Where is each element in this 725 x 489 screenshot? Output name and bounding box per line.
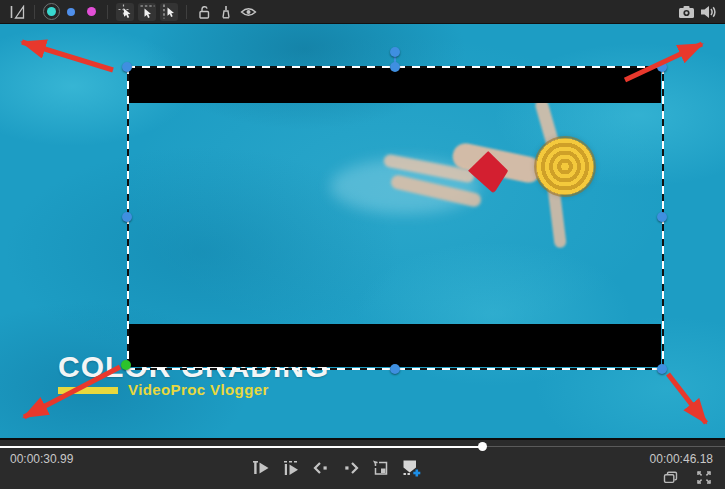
snap-horizontal-cursor-icon[interactable] (138, 3, 156, 21)
fullscreen-icon[interactable] (693, 466, 715, 488)
step-back-icon[interactable] (310, 457, 332, 479)
speaker-volume-icon[interactable] (697, 2, 719, 22)
crop-anchor-bottom-left[interactable] (121, 360, 131, 370)
crop-handle-bottom-right[interactable] (657, 364, 667, 374)
crop-handle-top-center[interactable] (390, 62, 400, 72)
crop-handle-bottom-center[interactable] (390, 364, 400, 374)
clean-brush-icon[interactable] (215, 2, 237, 22)
toolbar-separator (34, 5, 35, 19)
swimmer-yellow-hat (536, 138, 594, 195)
save-snapshot-plus-icon[interactable] (400, 457, 422, 479)
video-viewport[interactable]: COLOR GRADING VideoProc Vlogger (0, 24, 725, 438)
watermark-underline (58, 387, 118, 394)
crop-handle-top-left[interactable] (122, 62, 132, 72)
crop-handle-middle-left[interactable] (122, 212, 132, 222)
progress-bar[interactable] (0, 442, 725, 452)
rotate-handle[interactable] (390, 47, 400, 57)
transport-bar: 00:00:30.99 00:00:46.18 (0, 438, 725, 489)
camera-snapshot-icon[interactable] (675, 2, 697, 22)
keyframe-color-magenta[interactable] (81, 2, 101, 22)
letterbox-bottom (128, 324, 661, 367)
top-toolbar (0, 0, 725, 24)
flip-horizontal-icon[interactable] (6, 2, 28, 22)
snap-vertical-cursor-icon[interactable] (160, 3, 178, 21)
blue-dot-icon (67, 8, 75, 16)
keyframe-color-blue[interactable] (61, 2, 81, 22)
play-from-in-icon[interactable] (250, 457, 272, 479)
toolbar-separator (186, 5, 187, 19)
visibility-eye-icon[interactable] (237, 2, 259, 22)
duration-time: 00:00:46.18 (650, 452, 713, 466)
crop-handle-top-right[interactable] (657, 62, 667, 72)
keyframe-color-cyan[interactable] (41, 2, 61, 22)
playback-controls (250, 457, 422, 479)
progress-played (0, 446, 482, 448)
lock-open-icon[interactable] (193, 2, 215, 22)
crop-handle-middle-right[interactable] (657, 212, 667, 222)
toolbar-separator (107, 5, 108, 19)
selected-ring (43, 3, 60, 20)
view-controls (659, 466, 715, 488)
cyan-dot-icon (47, 7, 56, 16)
snap-cross-cursor-icon[interactable] (116, 3, 134, 21)
letterbox-top (128, 67, 661, 103)
current-time: 00:00:30.99 (10, 452, 73, 466)
watermark-subtitle: VideoProc Vlogger (128, 381, 269, 398)
magenta-dot-icon (87, 7, 96, 16)
preview-panel: COLOR GRADING VideoProc Vlogger (0, 0, 725, 489)
grab-frame-icon[interactable] (370, 457, 392, 479)
progress-handle[interactable] (478, 442, 487, 451)
duplicate-view-icon[interactable] (659, 466, 681, 488)
play-to-out-icon[interactable] (280, 457, 302, 479)
step-forward-icon[interactable] (340, 457, 362, 479)
